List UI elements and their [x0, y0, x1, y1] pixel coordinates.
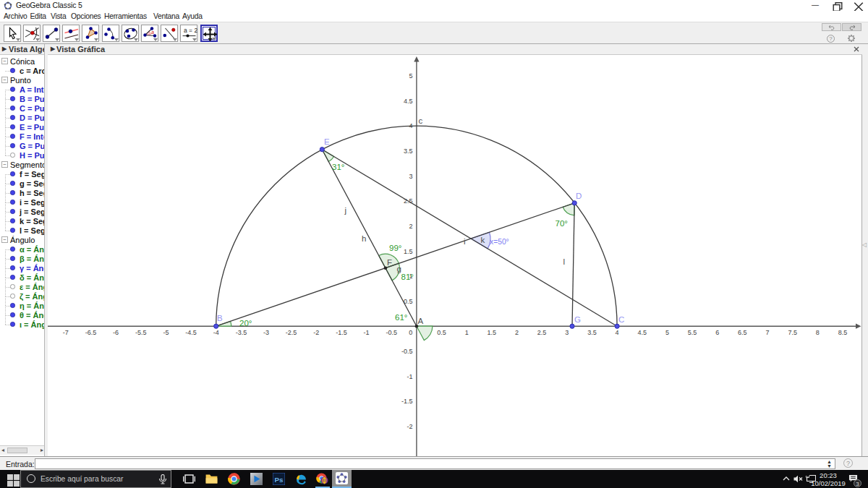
svg-text:-4: -4 — [213, 329, 219, 336]
svg-text:-1.5: -1.5 — [401, 398, 413, 405]
svg-text:-0.5: -0.5 — [386, 329, 397, 336]
svg-text:-5: -5 — [163, 329, 169, 336]
svg-text:1: 1 — [465, 329, 469, 336]
svg-text:x=50°: x=50° — [490, 238, 509, 246]
svg-text:7.5: 7.5 — [788, 329, 797, 336]
svg-text:6: 6 — [715, 329, 719, 336]
svg-text:3.5: 3.5 — [587, 329, 597, 336]
svg-text:81°: 81° — [401, 273, 414, 281]
svg-text:-1: -1 — [407, 373, 412, 380]
svg-text:a: a — [151, 30, 154, 35]
svg-text:4.5: 4.5 — [404, 98, 413, 105]
svg-text:F: F — [387, 258, 392, 267]
svg-text:-1.5: -1.5 — [336, 329, 347, 336]
svg-text:99°: 99° — [389, 244, 401, 252]
svg-text:j: j — [344, 206, 347, 215]
svg-text:-3: -3 — [263, 329, 269, 336]
svg-text:-4.5: -4.5 — [185, 329, 197, 336]
svg-text:5: 5 — [409, 72, 412, 80]
svg-text:-2.5: -2.5 — [286, 329, 297, 336]
svg-text:8: 8 — [816, 329, 820, 336]
svg-text:6.5: 6.5 — [738, 329, 747, 336]
svg-text:B: B — [217, 314, 223, 322]
svg-text:-7: -7 — [63, 329, 69, 336]
svg-text:i: i — [464, 237, 466, 246]
svg-text:20°: 20° — [239, 319, 252, 328]
svg-text:0.5: 0.5 — [437, 329, 446, 336]
svg-text:4.5: 4.5 — [638, 329, 647, 336]
svg-text:2.5: 2.5 — [537, 329, 547, 336]
svg-text:61°: 61° — [395, 313, 407, 322]
svg-text:4: 4 — [616, 329, 619, 336]
svg-text:D: D — [576, 192, 582, 200]
svg-text:-0.5: -0.5 — [401, 348, 413, 355]
svg-text:3: 3 — [565, 329, 569, 336]
svg-text:E: E — [324, 137, 330, 146]
svg-text:3: 3 — [409, 173, 412, 180]
svg-text:1.5: 1.5 — [488, 329, 497, 336]
svg-text:5: 5 — [665, 329, 669, 336]
svg-text:A: A — [418, 317, 424, 325]
svg-text:-5.5: -5.5 — [135, 329, 147, 336]
svg-text:k: k — [481, 236, 485, 244]
svg-text:-2: -2 — [313, 329, 319, 336]
svg-text:2: 2 — [515, 329, 519, 336]
svg-text:3.5: 3.5 — [404, 147, 413, 155]
svg-text:h: h — [362, 234, 366, 243]
svg-text:0: 0 — [409, 329, 412, 336]
svg-text:G: G — [574, 315, 581, 324]
svg-text:-6: -6 — [113, 329, 119, 336]
svg-text:8.5: 8.5 — [838, 329, 848, 336]
svg-text:5.5: 5.5 — [688, 329, 697, 336]
svg-text:2: 2 — [409, 223, 412, 230]
svg-text:a = 2: a = 2 — [184, 27, 197, 34]
svg-text:-3.5: -3.5 — [236, 329, 247, 336]
svg-text:1.5: 1.5 — [404, 248, 413, 255]
svg-text:l: l — [563, 257, 566, 266]
svg-text:31°: 31° — [332, 163, 344, 171]
svg-text:70°: 70° — [556, 219, 568, 228]
svg-text:-6.5: -6.5 — [85, 329, 97, 336]
svg-text:-2: -2 — [407, 423, 412, 430]
svg-text:7: 7 — [765, 329, 769, 336]
svg-text:Ps: Ps — [274, 476, 283, 484]
svg-text:-1: -1 — [364, 329, 370, 336]
svg-text:C: C — [618, 315, 624, 324]
svg-text:c: c — [419, 116, 423, 125]
